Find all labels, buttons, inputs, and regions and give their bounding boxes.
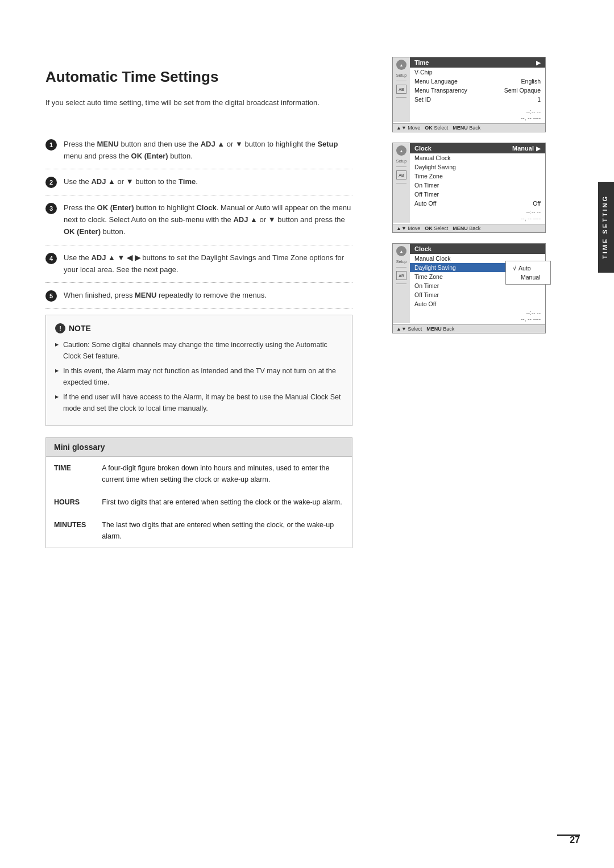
tv-row-label-timezone-2: Time Zone [414,173,443,180]
step-5-text: When finished, press MENU repeatedly to … [64,290,267,302]
tv-row-label-daylightsaving-3: Daylight Saving [414,264,456,271]
tv-row-label-setid: Set ID [414,96,431,103]
tv-footer-move-1: ▲▼ Move [396,125,420,131]
tv-screen-3-body: ▲ Setup AB Clock Manual Clock Daylight S… [393,244,545,323]
tv-menu-header-2-arrow: ▶ [536,145,541,152]
tv-screen-3: ▲ Setup AB Clock Manual Clock Daylight S… [392,243,546,333]
tv-sub-popup: √ Auto Manual [505,261,551,285]
tv-menu-area-3: Clock Manual Clock Daylight Saving Time … [410,244,545,323]
glossary-term-time: TIME [46,457,94,491]
tv-menu-row-menulang: Menu Language English [410,77,545,86]
step-3-text: Press the OK (Enter) button to highlight… [64,202,352,237]
tv-footer-menu-3: MENU Back [426,326,454,332]
mini-glossary: Mini glossary TIME A four-digit figure b… [45,437,352,548]
tv-row-label-autooff-2: Auto Off [414,200,436,207]
note-list: Caution: Some digital channels may chang… [55,339,343,414]
tv-row-label-menutrans: Menu Transparency [414,87,467,94]
note-title: ! NOTE [55,323,343,333]
tv-footer-select-3: ▲▼ Select [396,326,422,332]
tv-screen-2-body: ▲ Setup AB Clock Manual ▶ Man [393,143,545,223]
bottom-line [557,834,580,836]
tv-menu-header-3: Clock [410,244,545,254]
step-5-number: 5 [45,290,57,302]
tv-row-value-menutrans: Semi Opaque [504,87,541,94]
tv-sidebar-1: ▲ Setup AB [393,57,410,122]
tv-menu-header-1: Time ▶ [410,57,545,68]
tv-footer-move-2: ▲▼ Move [396,226,420,231]
popup-label-manual: Manual [521,274,540,281]
step-4-text: Use the ADJ ▲ ▼ ◀ ▶ buttons to set the D… [64,252,352,276]
tv-sidebar-3: ▲ Setup AB [393,244,410,323]
right-panel: ▲ Setup AB Time ▶ V-Chip [387,34,580,834]
page-number: 27 [570,835,580,845]
tv-icon-circle-2: ▲ [396,145,406,156]
tv-menu-header-2: Clock Manual ▶ [410,143,545,153]
glossary-def-hours: First two digits that are entered when s… [94,491,352,514]
tv-footer-ok-1: OK Select [425,125,448,131]
tv-icon-ab-1: AB [396,85,406,94]
tv-row-label-menulang: Menu Language [414,78,458,85]
tv-date-display-2: --, -- ---- [410,214,545,223]
popup-row-manual: Manual [513,273,544,282]
side-tab: TIME SETTING [598,182,614,273]
tv-menu-row-timezone-3: Time Zone √ Auto Manual [410,272,545,281]
tv-screen-1: ▲ Setup AB Time ▶ V-Chip [392,57,546,132]
tv-menu-row-menutrans: Menu Transparency Semi Opaque [410,86,545,95]
tv-row-label-autooff-3: Auto Off [414,301,436,307]
tv-row-label-manualclock-2: Manual Clock [414,155,451,161]
steps-container: 1 Press the MENU button and then use the… [45,132,352,310]
popup-row-auto: √ Auto [513,264,544,273]
glossary-def-minutes: The last two digits that are entered whe… [94,514,352,548]
tv-setup-label-3: Setup [396,260,406,264]
note-item-2: In this event, the Alarm may not functio… [55,365,343,388]
tv-row-label-ontimer-3: On Timer [414,282,439,289]
tv-row-label-offtimer-2: Off Timer [414,191,439,198]
main-content: Automatic Time Settings If you select au… [0,34,387,834]
tv-row-label-manualclock-3: Manual Clock [414,255,451,262]
tv-date-display-1: --, -- ---- [410,114,545,122]
intro-text: If you select auto time setting, time wi… [45,97,352,109]
step-4: 4 Use the ADJ ▲ ▼ ◀ ▶ buttons to set the… [45,245,352,283]
tv-menu-header-2-right: Manual [512,145,534,152]
glossary-term-minutes: MINUTES [46,514,94,548]
tv-menu-area-1: Time ▶ V-Chip Menu Language English Menu… [410,57,545,122]
tv-row-label-offtimer-3: Off Timer [414,291,439,298]
tv-sidebar-2: ▲ Setup AB [393,143,410,223]
tv-setup-label-2: Setup [396,159,406,163]
step-5: 5 When finished, press MENU repeatedly t… [45,283,352,309]
glossary-table: TIME A four-digit figure broken down int… [46,457,352,548]
glossary-row-time: TIME A four-digit figure broken down int… [46,457,352,491]
note-icon: ! [55,323,65,333]
tv-menu-footer-2: ▲▼ Move OK Select MENU Back [393,224,545,232]
tv-row-value-setid: 1 [537,96,541,103]
popup-checkmark-auto: √ [513,265,516,272]
tv-menu-header-3-title: Clock [414,245,432,252]
tv-menu-row-daylightsaving-2: Daylight Saving [410,162,545,172]
step-2: 2 Use the ADJ ▲ or ▼ button to the Time. [45,169,352,195]
step-2-text: Use the ADJ ▲ or ▼ button to the Time. [64,176,198,188]
page-title: Automatic Time Settings [45,68,352,86]
step-1-text: Press the MENU button and then use the A… [64,139,352,162]
tv-menu-row-timezone-2: Time Zone [410,172,545,181]
tv-setup-label-1: Setup [396,73,406,77]
glossary-row-hours: HOURS First two digits that are entered … [46,491,352,514]
step-4-number: 4 [45,253,57,264]
tv-menu-row-ontimer-2: On Timer [410,181,545,190]
note-title-text: NOTE [69,324,91,333]
tv-screen-1-body: ▲ Setup AB Time ▶ V-Chip [393,57,545,122]
tv-menu-area-2: Clock Manual ▶ Manual Clock Daylight Sav… [410,143,545,223]
step-1-number: 1 [45,139,57,151]
step-1: 1 Press the MENU button and then use the… [45,132,352,170]
tv-footer-menu-2: MENU Back [453,226,480,231]
note-box: ! NOTE Caution: Some digital channels ma… [45,315,352,426]
tv-icon-ab-3: AB [396,271,406,280]
glossary-row-minutes: MINUTES The last two digits that are ent… [46,514,352,548]
tv-menu-header-2-left: Clock [414,145,432,152]
tv-date-display-3: --, -- ---- [410,315,545,323]
tv-footer-ok-2: OK Select [425,226,448,231]
tv-row-value-autooff-2: Off [533,200,541,207]
tv-icon-ab-2: AB [396,170,406,180]
tv-menu-row-setid: Set ID 1 [410,95,545,104]
tv-menu-row-manualclock-2: Manual Clock [410,153,545,162]
step-2-number: 2 [45,177,57,188]
